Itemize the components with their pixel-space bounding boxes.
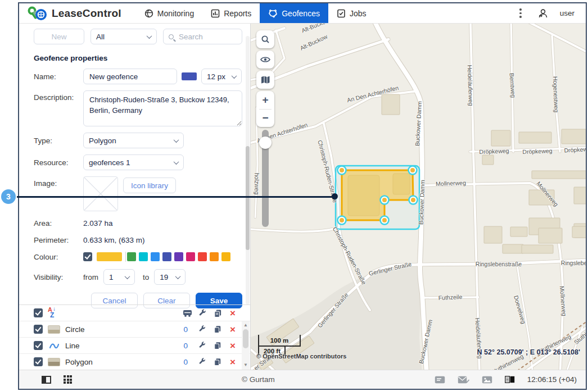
description-input[interactable]: Christoph-Ruden-Straße 3, Buckow 12349, … <box>83 90 242 126</box>
type-select[interactable]: Polygon <box>83 133 184 148</box>
palette-color[interactable] <box>174 252 183 261</box>
split-view-icon[interactable] <box>505 376 515 383</box>
nav-geofences[interactable]: Geofences <box>260 3 328 23</box>
edit-wrench-icon[interactable] <box>197 324 207 334</box>
more-menu-button[interactable] <box>515 6 526 20</box>
copy-icon[interactable] <box>212 308 223 318</box>
resource-label: Resource: <box>34 158 83 167</box>
zoom-slider-knob[interactable] <box>259 137 272 149</box>
geofence-shape[interactable] <box>336 166 419 229</box>
copy-icon[interactable] <box>212 324 223 334</box>
name-input[interactable] <box>83 69 177 84</box>
resource-select[interactable]: geofences 1 <box>83 154 184 170</box>
nav-reports[interactable]: Reports <box>202 3 260 23</box>
copy-icon[interactable] <box>212 340 223 351</box>
mail-icon[interactable] <box>458 376 469 384</box>
visibility-to-value: 19 <box>160 273 168 281</box>
delete-icon[interactable]: × <box>228 341 238 351</box>
perimeter-value: 0.633 km, (633 m) <box>83 236 145 244</box>
units-in-geofence-icon[interactable] <box>182 308 192 318</box>
edit-wrench-icon[interactable] <box>197 357 207 367</box>
visibility-to-word: to <box>143 273 149 281</box>
unit-count: 0 <box>183 358 188 366</box>
chevron-down-icon <box>175 274 181 279</box>
status-bar: © Gurtam 12:06:15 (+04) <box>19 370 586 389</box>
delete-icon[interactable]: × <box>228 325 238 334</box>
list-row-line[interactable]: Line 0 × <box>19 338 250 354</box>
colour-checkbox[interactable] <box>83 252 92 261</box>
area-row: Area: 2.037 ha <box>34 219 242 228</box>
type-value: Polygon <box>89 137 116 145</box>
section-title: Geofence properties <box>34 54 250 62</box>
notes-card-icon[interactable] <box>435 376 445 384</box>
palette-color[interactable] <box>221 252 230 261</box>
list-row-polygon[interactable]: Polygon 0 × <box>19 354 250 370</box>
nav-jobs[interactable]: Jobs <box>328 3 375 23</box>
nav-monitoring[interactable]: Monitoring <box>136 3 202 23</box>
palette-color[interactable] <box>186 252 195 261</box>
edit-wrench-icon[interactable] <box>197 308 207 318</box>
zoom-in-button[interactable]: + <box>256 91 274 109</box>
select-all-checkbox[interactable] <box>34 308 43 317</box>
row-checkbox[interactable] <box>34 357 43 366</box>
resource-row: Resource: geofences 1 <box>34 154 242 170</box>
geofence-thumbnail <box>48 325 60 334</box>
perimeter-row: Perimeter: 0.633 km, (633 m) <box>34 236 242 244</box>
zoom-out-button[interactable]: − <box>256 110 274 128</box>
name-colour-swatch[interactable] <box>182 72 197 80</box>
map-layers-button[interactable] <box>256 71 274 89</box>
selected-colour-swatch[interactable] <box>97 252 122 261</box>
user-account-icon[interactable] <box>537 8 549 19</box>
palette-color[interactable] <box>210 252 219 261</box>
map-visibility-button[interactable] <box>256 51 274 69</box>
sort-az-icon[interactable]: A↓Z <box>48 307 60 319</box>
visibility-from-value: 1 <box>109 273 114 281</box>
description-label: Description: <box>34 93 83 102</box>
visibility-from-word: from <box>83 273 98 281</box>
filter-select[interactable]: All <box>91 29 157 44</box>
map-zoom-control: + − <box>256 91 274 127</box>
zoom-slider[interactable] <box>262 130 269 227</box>
search-box <box>163 29 242 44</box>
unit-count: 0 <box>183 342 188 350</box>
delete-icon[interactable]: × <box>228 357 238 367</box>
map-search-button[interactable] <box>256 30 274 48</box>
palette-color[interactable] <box>139 252 148 261</box>
job-clipboard-icon <box>337 9 346 18</box>
image-row: Image: Icon library <box>34 176 242 211</box>
nav-geofences-label: Geofences <box>282 9 320 18</box>
page: LeaseControl Monitoring Reports <box>0 0 588 391</box>
app-logo: LeaseControl <box>19 6 136 21</box>
svg-text:100 m: 100 m <box>270 337 289 344</box>
icon-library-button[interactable]: Icon library <box>123 178 176 193</box>
visibility-from-select[interactable]: 1 <box>103 269 135 285</box>
top-navigation-bar: LeaseControl Monitoring Reports <box>19 3 586 24</box>
image-placeholder[interactable] <box>83 176 118 211</box>
visibility-to-select[interactable]: 19 <box>154 269 186 285</box>
delete-icon[interactable]: × <box>228 308 238 318</box>
toggle-panel-icon[interactable] <box>42 376 51 384</box>
list-scrollbar[interactable]: ▲▼ <box>242 321 250 370</box>
panel-scrollbar[interactable] <box>246 36 250 304</box>
copyright-label: © Gurtam <box>242 375 275 384</box>
image-icon[interactable] <box>482 376 492 384</box>
geofence-name: Polygon <box>65 358 93 366</box>
colour-row: Colour: <box>34 252 242 262</box>
palette-color[interactable] <box>198 252 207 261</box>
palette-color[interactable] <box>127 252 136 261</box>
apps-grid-icon[interactable] <box>64 375 72 384</box>
palette-color[interactable] <box>151 252 160 261</box>
map-attribution: © OpenStreetMap contributors <box>256 353 346 360</box>
row-checkbox[interactable] <box>34 325 43 334</box>
new-geofence-button[interactable]: New <box>34 29 84 44</box>
line-width-select[interactable]: 12 px <box>201 69 242 84</box>
edit-wrench-icon[interactable] <box>197 340 207 351</box>
palette-color[interactable] <box>162 252 171 261</box>
user-name: user <box>560 9 575 17</box>
search-input[interactable] <box>178 32 237 42</box>
copy-icon[interactable] <box>212 357 223 367</box>
topbar-right: user <box>515 6 586 20</box>
colour-palette <box>127 252 230 261</box>
list-row-circle[interactable]: Circle 0 × <box>19 321 250 338</box>
row-checkbox[interactable] <box>34 341 43 350</box>
